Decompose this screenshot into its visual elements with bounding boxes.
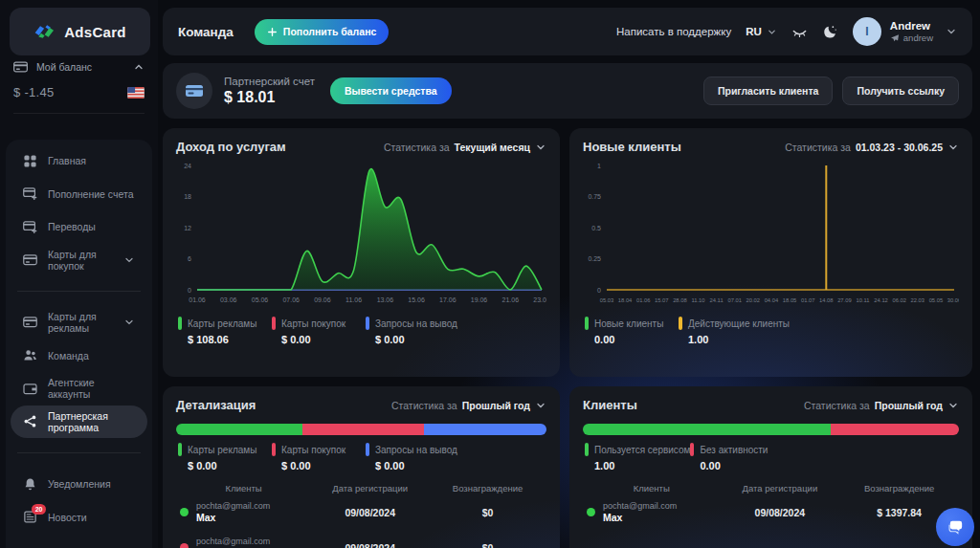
- us-flag-icon: [127, 87, 145, 99]
- sidebar-nav: ГлавнаяПополнение счетаПереводыКарты для…: [6, 140, 152, 548]
- sidebar-item-news[interactable]: 20Новости: [11, 501, 147, 535]
- table-row: pochta@gmail.comMax09/08/2024$ 1397.84: [583, 493, 959, 529]
- svg-text:09.06: 09.06: [314, 296, 331, 303]
- sidebar-item-team[interactable]: Команда: [11, 340, 147, 373]
- withdraw-button[interactable]: Вывести средства: [330, 77, 452, 104]
- details-stacked-bar: [176, 424, 546, 435]
- sidebar-divider: [17, 452, 141, 453]
- sidebar-item-topup[interactable]: Пополнение счета: [11, 178, 147, 211]
- partner-account-banner: Партнерский счет $ 18.01 Вывести средств…: [163, 63, 972, 119]
- page-title: Команда: [178, 25, 234, 39]
- adscard-logo-icon: [33, 23, 56, 40]
- sidebar-item-agency-accounts[interactable]: Агентские аккаунты: [11, 372, 147, 406]
- legend-label: Без активности: [700, 445, 768, 455]
- chevron-down-icon: [767, 27, 777, 37]
- logo[interactable]: AdsCard: [10, 8, 150, 55]
- legend-value: 1.00: [594, 460, 690, 471]
- legend-label: Карты рекламы: [188, 318, 256, 329]
- bar-segment: [831, 424, 959, 435]
- details-legend: Карты рекламы$ 0.00Карты покупок$ 0.00За…: [176, 437, 546, 471]
- svg-text:24: 24: [184, 163, 191, 169]
- chat-button[interactable]: [936, 508, 974, 546]
- clients-period-select[interactable]: Статистика за Прошлый год: [804, 400, 959, 411]
- legend-item: Карты рекламы$ 0.00: [178, 443, 272, 471]
- svg-text:07.06: 07.06: [282, 296, 300, 303]
- registration-date: 09/08/2024: [311, 542, 429, 548]
- svg-text:24.11: 24.11: [710, 297, 724, 303]
- clients-table: КлиентыДата регистрацииВознаграждениеpoc…: [583, 483, 959, 529]
- sidebar-item-notifications[interactable]: Уведомления: [11, 468, 147, 501]
- partner-account-label: Партнерский счет: [224, 75, 315, 88]
- svg-text:28.08: 28.08: [673, 297, 687, 303]
- bar-segment: [176, 424, 302, 435]
- news-icon: 20: [23, 510, 37, 524]
- new-clients-chart: 00.250.50.75105.0318.0401.0615.0728.0811…: [583, 158, 959, 309]
- clients-panel: Клиенты Статистика за Прошлый год Пользу…: [569, 386, 972, 548]
- legend-item: Запросы на вывод$ 0.00: [366, 443, 459, 471]
- table-header-cell: Клиенты: [583, 483, 720, 493]
- details-panel: Детализация Статистика за Прошлый год Ка…: [163, 386, 560, 548]
- sidebar-item-transfers[interactable]: Переводы: [11, 210, 147, 244]
- sidebar-item-ad-cards[interactable]: Карты для рекламы: [11, 306, 147, 340]
- panel-title: Доход по услугам: [176, 140, 286, 154]
- svg-text:01.06: 01.06: [636, 297, 651, 303]
- partner-account-amount: $ 18.01: [224, 88, 315, 107]
- legend-item: Карты рекламы$ 108.06: [178, 317, 272, 345]
- svg-text:18: 18: [184, 193, 191, 200]
- chevron-down-icon: [946, 26, 957, 37]
- card-icon: [23, 317, 37, 328]
- svg-text:30.06: 30.06: [947, 297, 959, 303]
- svg-text:01.06: 01.06: [189, 296, 206, 303]
- grid-icon: [23, 154, 37, 168]
- user-menu[interactable]: I Andrew andrew: [853, 17, 957, 46]
- svg-text:03.06: 03.06: [220, 296, 237, 303]
- svg-text:0.75: 0.75: [588, 193, 601, 200]
- table-header: КлиентыДата регистрацииВознаграждение: [583, 483, 959, 493]
- sidebar-item-partner-program[interactable]: Партнерская программа: [11, 406, 147, 439]
- partner-card-icon: [176, 73, 212, 109]
- details-period-select[interactable]: Статистика за Прошлый год: [391, 400, 546, 411]
- bar-segment: [583, 424, 831, 435]
- sidebar-divider: [17, 291, 141, 292]
- sidebar-item-label: Команда: [48, 350, 89, 362]
- svg-text:05.05: 05.05: [929, 297, 944, 303]
- legend-label: Карты покупок: [281, 318, 345, 329]
- income-period-select[interactable]: Статистика за Текущий месяц: [384, 142, 546, 153]
- eye-closed-icon[interactable]: [791, 24, 808, 40]
- support-link[interactable]: Написать в поддержку: [616, 26, 731, 37]
- panel-title: Новые клиенты: [583, 140, 681, 154]
- legend-value: $ 0.00: [375, 334, 459, 345]
- moon-icon[interactable]: [822, 24, 838, 40]
- get-link-button[interactable]: Получить ссылку: [842, 77, 959, 105]
- new-clients-period-select[interactable]: Статистика за 01.03.23 - 30.06.25: [785, 142, 959, 153]
- avatar: I: [853, 17, 881, 46]
- balance-widget[interactable]: Мой баланс $ -1.45: [13, 61, 145, 114]
- sidebar-item-label: Партнерская программа: [48, 410, 135, 433]
- legend-item: Новые клиенты0.00: [585, 317, 679, 345]
- sidebar-item-home[interactable]: Главная: [11, 144, 147, 178]
- status-dot: [180, 508, 189, 516]
- sidebar: AdsCard Мой баланс $ -1.45: [0, 0, 158, 548]
- client-email: pochta@gmail.com: [196, 501, 270, 511]
- sidebar-item-purchase-cards[interactable]: Карты для покупок: [11, 244, 147, 277]
- legend-item: Пользуется сервисом1.00: [585, 443, 690, 471]
- client-cell: pochta@gmail.comMax: [176, 537, 311, 548]
- sidebar-item-label: Карты для покупок: [48, 249, 113, 272]
- brand-name: AdsCard: [64, 24, 126, 40]
- svg-text:24.12: 24.12: [874, 297, 888, 303]
- svg-text:15.06: 15.06: [408, 296, 425, 303]
- clients-stacked-bar: [583, 424, 959, 435]
- table-header-cell: Дата регистрации: [720, 483, 839, 493]
- new-clients-panel: Новые клиенты Статистика за 01.03.23 - 3…: [569, 128, 972, 377]
- client-email: pochta@gmail.com: [603, 501, 677, 511]
- legend-color: [690, 443, 694, 456]
- legend-item: Запросы на вывод$ 0.00: [366, 317, 459, 345]
- topup-balance-button[interactable]: Пополнить баланс: [255, 19, 389, 45]
- svg-text:0: 0: [597, 287, 601, 294]
- chat-icon: [947, 518, 965, 537]
- plus-icon: [267, 27, 278, 37]
- svg-text:05.03: 05.03: [600, 297, 614, 303]
- language-selector[interactable]: RU: [746, 26, 777, 37]
- legend-color: [366, 443, 369, 456]
- invite-client-button[interactable]: Пригласить клиента: [703, 77, 834, 105]
